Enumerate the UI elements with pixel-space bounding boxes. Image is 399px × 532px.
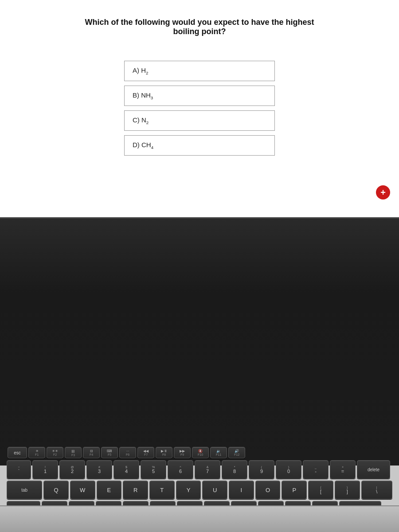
key-7[interactable]: & 7 (195, 460, 220, 479)
key-f5[interactable]: ⌨ F5 (101, 447, 118, 458)
key-9[interactable]: ( 9 (249, 460, 274, 479)
quiz-content: Which of the following would you expect … (0, 0, 399, 217)
key-p[interactable]: P (282, 481, 307, 499)
key-2[interactable]: @ 2 (59, 460, 85, 479)
key-5[interactable]: % 5 (141, 460, 166, 479)
key-8[interactable]: * 8 (222, 460, 247, 479)
key-f2[interactable]: ☀☀ F2 (47, 447, 63, 458)
key-f4[interactable]: ⊟ F4 (83, 447, 100, 458)
key-tilde[interactable]: ~ ` (7, 460, 31, 479)
key-u[interactable]: U (202, 481, 227, 499)
question-header (0, 0, 399, 9)
key-f3[interactable]: ⊞ F3 (65, 447, 82, 458)
answers-container: A) H2 B) NH3 C) N2 D) CH4 (0, 61, 399, 156)
plus-button[interactable]: + (376, 185, 390, 200)
key-rbracket[interactable]: } ] (335, 481, 360, 499)
key-f6[interactable]: ··· F6 (119, 447, 136, 458)
key-e[interactable]: E (97, 481, 122, 499)
key-6[interactable]: ^ 6 (168, 460, 193, 479)
fn-row: esc ☀ F1 ☀☀ F2 ⊞ F3 ⊟ F4 ⌨ F5 (7, 447, 392, 458)
key-q[interactable]: Q (43, 481, 69, 499)
question-text: Which of the following would you expect … (35, 18, 364, 50)
qwerty-row: tab Q W E R T Y U I O P { [ } ] | \ (7, 481, 392, 499)
key-3[interactable]: # 3 (86, 460, 112, 479)
key-backslash[interactable]: | \ (361, 481, 392, 499)
key-f10[interactable]: 🔇 F10 (192, 447, 209, 458)
answer-option-c[interactable]: C) N2 (124, 110, 275, 131)
key-1[interactable]: ! 1 (32, 460, 58, 479)
key-tab[interactable]: tab (7, 481, 42, 499)
key-w[interactable]: W (70, 481, 95, 499)
key-f8[interactable]: ▶⏸ F8 (156, 447, 172, 458)
key-equals[interactable]: + = (330, 460, 356, 479)
key-t[interactable]: T (149, 481, 175, 499)
key-esc[interactable]: esc (8, 447, 27, 458)
key-y[interactable]: Y (176, 481, 201, 499)
key-minus[interactable]: _ - (303, 460, 329, 479)
answer-option-a[interactable]: A) H2 (124, 61, 275, 81)
key-4[interactable]: $ 4 (113, 460, 139, 479)
key-f7[interactable]: ◀◀ F7 (137, 447, 154, 458)
laptop-bezel: esc ☀ F1 ☀☀ F2 ⊞ F3 ⊟ F4 ⌨ F5 (0, 217, 399, 466)
key-f9[interactable]: ▶▶ F9 (174, 447, 191, 458)
answer-option-d[interactable]: D) CH4 (124, 135, 275, 156)
key-f1[interactable]: ☀ F1 (28, 447, 45, 458)
screen-area: Which of the following would you expect … (0, 0, 399, 235)
key-o[interactable]: O (255, 481, 281, 499)
key-i[interactable]: I (229, 481, 254, 499)
key-r[interactable]: R (123, 481, 148, 499)
answer-option-b[interactable]: B) NH3 (124, 86, 275, 106)
key-f12[interactable]: 🔊 F12 (228, 447, 245, 458)
key-delete[interactable]: delete (357, 460, 390, 479)
laptop-bottom-strip (0, 505, 399, 532)
key-f11[interactable]: 🔉 F11 (210, 447, 227, 458)
key-0[interactable]: ) 0 (276, 460, 301, 479)
number-row: ~ ` ! 1 @ 2 # 3 $ 4 % 5 (7, 460, 392, 479)
key-lbracket[interactable]: { [ (308, 481, 333, 499)
